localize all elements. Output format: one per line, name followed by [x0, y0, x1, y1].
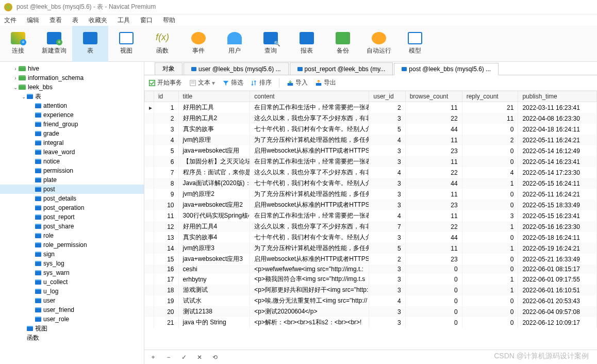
table-sys_warn[interactable]: sys_warn	[0, 268, 144, 277]
cell-reply_count[interactable]: 0	[462, 232, 518, 243]
cell-id[interactable]: 17	[154, 274, 178, 285]
cell-publish_time[interactable]: 2022-05-15 16:23:41	[518, 210, 597, 221]
table-post[interactable]: post	[0, 185, 144, 194]
table-grade[interactable]: grade	[0, 129, 144, 138]
table-sys_log[interactable]: sys_log	[0, 259, 144, 268]
expand-icon[interactable]: ⌄	[12, 85, 19, 90]
tab-3[interactable]: post @leek_bbs (mysql5.6) ...	[394, 63, 499, 75]
expand-icon[interactable]: ›	[12, 66, 19, 72]
refresh-button[interactable]: ⟲	[210, 353, 220, 362]
cell-id[interactable]: 9	[154, 189, 178, 200]
cell-publish_time[interactable]: 2022-06-01 08:15:17	[518, 264, 597, 274]
table-row[interactable]: 18游戏测试<p>阿那更好共和国好好干<img src="http:301202…	[145, 285, 597, 295]
menu-表[interactable]: 表	[72, 16, 78, 25]
cell-publish_time[interactable]: 2022-05-11 16:24:21	[518, 135, 597, 145]
cell-content[interactable]: <p>唉,微分无法重复特工<img src="http://	[250, 295, 369, 306]
tab-0[interactable]: 对象	[155, 62, 183, 75]
cell-title[interactable]: java+websokect应用2	[178, 200, 250, 210]
cell-content[interactable]: <p>额我国符合率<img src="http://img.t.s	[250, 274, 369, 285]
cell-id[interactable]: 18	[154, 285, 178, 295]
menu-帮助[interactable]: 帮助	[163, 16, 175, 25]
table-attention[interactable]: attention	[0, 101, 144, 110]
tool-newquery[interactable]: 新建查询	[36, 26, 72, 62]
cell-content[interactable]: 在日常的工作和生活中，经常需要把一张表格	[250, 210, 369, 221]
cell-publish_time[interactable]: 2022-04-08 16:23:30	[518, 113, 597, 124]
table-row[interactable]: ▸1好用的工具在日常的工作和生活中，经常需要把一张表格211212022-03-…	[145, 102, 597, 113]
table-leave_word[interactable]: leave_word	[0, 147, 144, 157]
cell-user_id[interactable]: 5	[369, 124, 405, 135]
cell-id[interactable]: 8	[154, 178, 178, 189]
expand-icon[interactable]: ⌄	[21, 94, 27, 100]
cell-user_id[interactable]: 3	[369, 285, 405, 295]
export-button[interactable]: 导出	[315, 78, 336, 87]
col-id[interactable]: id	[154, 91, 178, 102]
cell-browse_count[interactable]: 44	[405, 124, 462, 135]
tables-folder[interactable]: ⌄表	[0, 92, 144, 101]
extra-视图[interactable]: 视图	[0, 324, 144, 333]
cell-reply_count[interactable]: 1	[462, 285, 518, 295]
cell-reply_count[interactable]: 0	[462, 200, 518, 210]
cell-title[interactable]: 游戏测试	[178, 285, 250, 295]
cell-content[interactable]: 这么久以来，我也分享了不少好东西，有非常	[250, 167, 369, 178]
cell-id[interactable]: 20	[154, 306, 178, 317]
cell-user_id[interactable]: 5	[369, 243, 405, 254]
table-permission[interactable]: permission	[0, 166, 144, 175]
cell-id[interactable]: 19	[154, 295, 178, 306]
table-post_details[interactable]: post_details	[0, 194, 144, 203]
cell-title[interactable]: erhbytny	[178, 274, 250, 285]
menu-收藏夹[interactable]: 收藏夹	[89, 16, 107, 25]
cell-user_id[interactable]: 4	[369, 295, 405, 306]
db-hive[interactable]: ›hive	[0, 64, 144, 73]
tab-2[interactable]: post_report @leek_bbs (my...	[290, 62, 393, 75]
cell-reply_count[interactable]: 21	[462, 102, 518, 113]
cell-content[interactable]: 在日常的工作和生活中，经常需要把一张表格	[250, 102, 369, 113]
cell-user_id[interactable]: 3	[369, 264, 405, 274]
cell-browse_count[interactable]: 44	[405, 232, 462, 243]
cell-browse_count[interactable]: 0	[405, 264, 462, 274]
cell-id[interactable]: 12	[154, 221, 178, 232]
cell-browse_count[interactable]: 23	[405, 254, 462, 264]
cell-user_id[interactable]: 3	[369, 306, 405, 317]
filter-button[interactable]: 筛选	[222, 78, 243, 87]
tool-table[interactable]: 表	[72, 26, 108, 62]
cell-browse_count[interactable]: 23	[405, 145, 462, 156]
table-experience[interactable]: experience	[0, 110, 144, 120]
table-integral[interactable]: integral	[0, 138, 144, 147]
cell-publish_time[interactable]: 2022-05-21 16:33:49	[518, 254, 597, 264]
tool-event[interactable]: 事件	[180, 26, 217, 62]
db-information_schema[interactable]: ›information_schema	[0, 73, 144, 82]
cell-browse_count[interactable]: 11	[405, 102, 462, 113]
table-row[interactable]: 7程序员：面试官，来你是醒这么久以来，我也分享了不少好东西，有非常4224202…	[145, 167, 597, 178]
import-button[interactable]: 导入	[287, 78, 308, 87]
cell-id[interactable]: 3	[154, 124, 178, 135]
cell-browse_count[interactable]: 23	[405, 200, 462, 210]
table-row[interactable]: 6【加固分析】之灭灭论坛某在日常的工作和生活中，经常需要把一张表格3110202…	[145, 156, 597, 167]
table-row[interactable]: 11300行代码实现Spring核心在日常的工作和生活中，经常需要把一张表格41…	[145, 210, 597, 221]
table-role[interactable]: role	[0, 231, 144, 240]
cell-user_id[interactable]: 4	[369, 135, 405, 145]
cell-id[interactable]: 6	[154, 156, 178, 167]
cell-browse_count[interactable]: 11	[405, 243, 462, 254]
cell-user_id[interactable]: 3	[369, 178, 405, 189]
cell-publish_time[interactable]: 2022-05-14 17:23:30	[518, 167, 597, 178]
cell-user_id[interactable]: 7	[369, 221, 405, 232]
cell-title[interactable]: Java面试详解(2020版)：50	[178, 178, 250, 189]
menu-窗口[interactable]: 窗口	[140, 16, 153, 25]
cell-id[interactable]: 1	[154, 102, 178, 113]
cell-reply_count[interactable]: 2	[462, 135, 518, 145]
table-post_report[interactable]: post_report	[0, 212, 144, 222]
table-row[interactable]: 19试试水<p>唉,微分无法重复特工<img src="http://40020…	[145, 295, 597, 306]
table-row[interactable]: 2好用的工具2这么久以来，我也分享了不少好东西，有非常322112022-04-…	[145, 113, 597, 124]
table-post_share[interactable]: post_share	[0, 222, 144, 231]
cell-title[interactable]: 好用的工具2	[178, 113, 250, 124]
table-user_role[interactable]: user_role	[0, 315, 144, 324]
cell-title[interactable]: 真实的故事	[178, 124, 250, 135]
table-u_collect[interactable]: u_collect	[0, 277, 144, 287]
table-row[interactable]: 9jvm的原理2为了充分压榨计算机处理器的性能，多任务处31102022-05-…	[145, 189, 597, 200]
cell-title[interactable]: java+websokect应用3	[178, 254, 250, 264]
cell-reply_count[interactable]: 1	[462, 243, 518, 254]
table-row[interactable]: 20测试12138<p>测试20200604</p>3002022-06-04 …	[145, 306, 597, 317]
tab-1[interactable]: user @leek_bbs (mysql5.6) ...	[184, 62, 289, 75]
cell-user_id[interactable]: 3	[369, 156, 405, 167]
cell-reply_count[interactable]: 0	[462, 189, 518, 200]
